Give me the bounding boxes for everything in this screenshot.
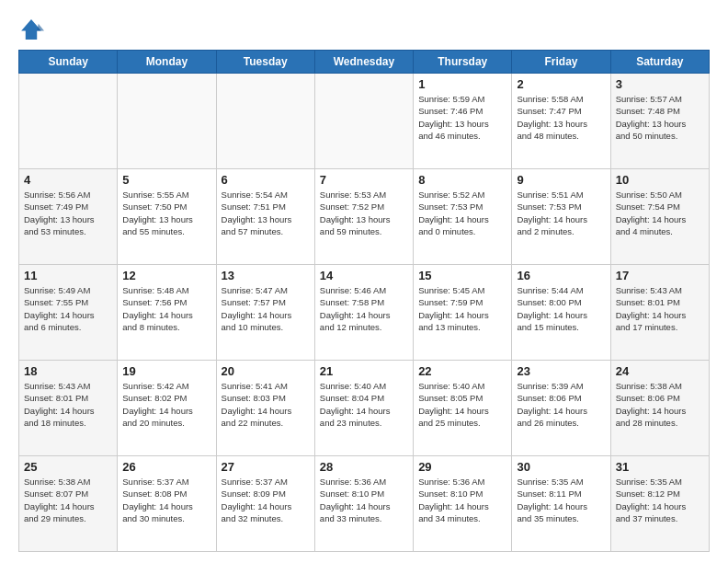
- day-info: Sunrise: 5:57 AM Sunset: 7:48 PM Dayligh…: [616, 93, 704, 142]
- day-number: 8: [418, 173, 506, 187]
- day-info: Sunrise: 5:54 AM Sunset: 7:51 PM Dayligh…: [222, 189, 310, 237]
- day-info: Sunrise: 5:37 AM Sunset: 8:08 PM Dayligh…: [122, 476, 210, 524]
- weekday-header-row: SundayMondayTuesdayWednesdayThursdayFrid…: [19, 51, 710, 74]
- calendar-day-cell: 16Sunrise: 5:44 AM Sunset: 8:00 PM Dayli…: [512, 265, 610, 361]
- calendar-day-cell: 24Sunrise: 5:38 AM Sunset: 8:06 PM Dayli…: [610, 361, 709, 456]
- day-info: Sunrise: 5:47 AM Sunset: 7:57 PM Dayligh…: [222, 284, 310, 333]
- day-number: 27: [222, 460, 310, 474]
- day-number: 22: [418, 364, 506, 378]
- day-number: 2: [517, 77, 605, 91]
- day-info: Sunrise: 5:43 AM Sunset: 8:01 PM Dayligh…: [616, 284, 704, 333]
- day-number: 6: [222, 173, 310, 187]
- calendar-day-cell: 30Sunrise: 5:35 AM Sunset: 8:11 PM Dayli…: [512, 456, 610, 552]
- day-number: 9: [517, 173, 605, 187]
- day-info: Sunrise: 5:45 AM Sunset: 7:59 PM Dayligh…: [418, 284, 506, 333]
- page: SundayMondayTuesdayWednesdayThursdayFrid…: [0, 0, 728, 563]
- day-number: 10: [616, 173, 704, 187]
- weekday-header-cell: Sunday: [19, 51, 118, 74]
- day-number: 20: [222, 364, 310, 378]
- day-info: Sunrise: 5:40 AM Sunset: 8:05 PM Dayligh…: [418, 380, 506, 429]
- day-number: 11: [24, 269, 112, 282]
- header: [18, 17, 710, 42]
- calendar-day-cell: 28Sunrise: 5:36 AM Sunset: 8:10 PM Dayli…: [314, 456, 413, 552]
- calendar-day-cell: 4Sunrise: 5:56 AM Sunset: 7:49 PM Daylig…: [19, 169, 118, 265]
- weekday-header-cell: Wednesday: [314, 51, 413, 74]
- calendar-day-cell: 29Sunrise: 5:36 AM Sunset: 8:10 PM Dayli…: [414, 456, 512, 552]
- day-number: 23: [517, 364, 605, 378]
- day-info: Sunrise: 5:39 AM Sunset: 8:06 PM Dayligh…: [517, 380, 605, 429]
- day-number: 31: [616, 460, 704, 474]
- calendar-day-cell: [216, 74, 314, 169]
- calendar-day-cell: 2Sunrise: 5:58 AM Sunset: 7:47 PM Daylig…: [512, 74, 610, 169]
- day-info: Sunrise: 5:35 AM Sunset: 8:11 PM Dayligh…: [517, 476, 605, 524]
- day-number: 29: [418, 460, 506, 474]
- calendar-body: 1Sunrise: 5:59 AM Sunset: 7:46 PM Daylig…: [19, 74, 710, 552]
- day-number: 19: [122, 364, 210, 378]
- day-number: 12: [122, 269, 210, 282]
- calendar-day-cell: 9Sunrise: 5:51 AM Sunset: 7:53 PM Daylig…: [512, 169, 610, 265]
- calendar-day-cell: 8Sunrise: 5:52 AM Sunset: 7:53 PM Daylig…: [414, 169, 512, 265]
- calendar-day-cell: 20Sunrise: 5:41 AM Sunset: 8:03 PM Dayli…: [216, 361, 314, 456]
- calendar-day-cell: [118, 74, 216, 169]
- day-info: Sunrise: 5:46 AM Sunset: 7:58 PM Dayligh…: [320, 284, 408, 333]
- weekday-header-cell: Thursday: [414, 51, 512, 74]
- day-number: 24: [616, 364, 704, 378]
- day-info: Sunrise: 5:55 AM Sunset: 7:50 PM Dayligh…: [122, 189, 210, 237]
- calendar-day-cell: 13Sunrise: 5:47 AM Sunset: 7:57 PM Dayli…: [216, 265, 314, 361]
- day-number: 3: [616, 77, 704, 91]
- day-info: Sunrise: 5:35 AM Sunset: 8:12 PM Dayligh…: [616, 476, 704, 524]
- day-info: Sunrise: 5:42 AM Sunset: 8:02 PM Dayligh…: [122, 380, 210, 429]
- day-info: Sunrise: 5:58 AM Sunset: 7:47 PM Dayligh…: [517, 93, 605, 142]
- calendar-day-cell: 1Sunrise: 5:59 AM Sunset: 7:46 PM Daylig…: [414, 74, 512, 169]
- day-number: 30: [517, 460, 605, 474]
- logo: [18, 17, 48, 42]
- calendar-day-cell: 26Sunrise: 5:37 AM Sunset: 8:08 PM Dayli…: [118, 456, 216, 552]
- calendar-week-row: 4Sunrise: 5:56 AM Sunset: 7:49 PM Daylig…: [19, 169, 710, 265]
- day-number: 15: [418, 269, 506, 282]
- day-info: Sunrise: 5:38 AM Sunset: 8:06 PM Dayligh…: [616, 380, 704, 429]
- day-info: Sunrise: 5:59 AM Sunset: 7:46 PM Dayligh…: [418, 93, 506, 142]
- day-info: Sunrise: 5:52 AM Sunset: 7:53 PM Dayligh…: [418, 189, 506, 237]
- day-info: Sunrise: 5:38 AM Sunset: 8:07 PM Dayligh…: [24, 476, 112, 524]
- calendar-day-cell: 6Sunrise: 5:54 AM Sunset: 7:51 PM Daylig…: [216, 169, 314, 265]
- day-number: 13: [222, 269, 310, 282]
- calendar-day-cell: 18Sunrise: 5:43 AM Sunset: 8:01 PM Dayli…: [19, 361, 118, 456]
- calendar-week-row: 18Sunrise: 5:43 AM Sunset: 8:01 PM Dayli…: [19, 361, 710, 456]
- day-info: Sunrise: 5:50 AM Sunset: 7:54 PM Dayligh…: [616, 189, 704, 237]
- calendar-day-cell: 12Sunrise: 5:48 AM Sunset: 7:56 PM Dayli…: [118, 265, 216, 361]
- day-number: 4: [24, 173, 112, 187]
- calendar-day-cell: 17Sunrise: 5:43 AM Sunset: 8:01 PM Dayli…: [610, 265, 709, 361]
- day-info: Sunrise: 5:53 AM Sunset: 7:52 PM Dayligh…: [320, 189, 408, 237]
- calendar-week-row: 25Sunrise: 5:38 AM Sunset: 8:07 PM Dayli…: [19, 456, 710, 552]
- calendar-day-cell: 15Sunrise: 5:45 AM Sunset: 7:59 PM Dayli…: [414, 265, 512, 361]
- day-number: 5: [122, 173, 210, 187]
- weekday-header-cell: Saturday: [610, 51, 709, 74]
- day-info: Sunrise: 5:51 AM Sunset: 7:53 PM Dayligh…: [517, 189, 605, 237]
- day-info: Sunrise: 5:48 AM Sunset: 7:56 PM Dayligh…: [122, 284, 210, 333]
- calendar-day-cell: 10Sunrise: 5:50 AM Sunset: 7:54 PM Dayli…: [610, 169, 709, 265]
- day-number: 26: [122, 460, 210, 474]
- day-number: 25: [24, 460, 112, 474]
- calendar-day-cell: 3Sunrise: 5:57 AM Sunset: 7:48 PM Daylig…: [610, 74, 709, 169]
- calendar-day-cell: 23Sunrise: 5:39 AM Sunset: 8:06 PM Dayli…: [512, 361, 610, 456]
- calendar-day-cell: 21Sunrise: 5:40 AM Sunset: 8:04 PM Dayli…: [314, 361, 413, 456]
- day-number: 17: [616, 269, 704, 282]
- day-number: 28: [320, 460, 408, 474]
- calendar-day-cell: 5Sunrise: 5:55 AM Sunset: 7:50 PM Daylig…: [118, 169, 216, 265]
- calendar-day-cell: 7Sunrise: 5:53 AM Sunset: 7:52 PM Daylig…: [314, 169, 413, 265]
- calendar-day-cell: [19, 74, 118, 169]
- calendar-day-cell: 22Sunrise: 5:40 AM Sunset: 8:05 PM Dayli…: [414, 361, 512, 456]
- calendar-day-cell: [314, 74, 413, 169]
- day-info: Sunrise: 5:44 AM Sunset: 8:00 PM Dayligh…: [517, 284, 605, 333]
- day-number: 18: [24, 364, 112, 378]
- calendar-day-cell: 14Sunrise: 5:46 AM Sunset: 7:58 PM Dayli…: [314, 265, 413, 361]
- calendar-day-cell: 31Sunrise: 5:35 AM Sunset: 8:12 PM Dayli…: [610, 456, 709, 552]
- day-number: 21: [320, 364, 408, 378]
- day-number: 14: [320, 269, 408, 282]
- day-number: 1: [418, 77, 506, 91]
- day-info: Sunrise: 5:41 AM Sunset: 8:03 PM Dayligh…: [222, 380, 310, 429]
- calendar-day-cell: 19Sunrise: 5:42 AM Sunset: 8:02 PM Dayli…: [118, 361, 216, 456]
- calendar-day-cell: 11Sunrise: 5:49 AM Sunset: 7:55 PM Dayli…: [19, 265, 118, 361]
- day-info: Sunrise: 5:36 AM Sunset: 8:10 PM Dayligh…: [320, 476, 408, 524]
- calendar-day-cell: 27Sunrise: 5:37 AM Sunset: 8:09 PM Dayli…: [216, 456, 314, 552]
